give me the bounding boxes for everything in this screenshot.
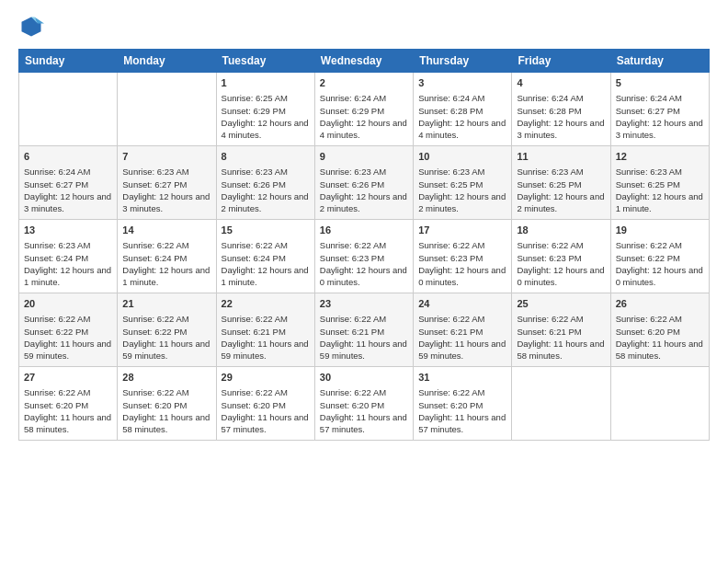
calendar-cell: 21Sunrise: 6:22 AMSunset: 6:22 PMDayligh…	[118, 293, 216, 367]
sunset-text: Sunset: 6:25 PM	[418, 178, 506, 190]
calendar-cell: 27Sunrise: 6:22 AMSunset: 6:20 PMDayligh…	[19, 367, 118, 441]
sunset-text: Sunset: 6:20 PM	[24, 399, 112, 411]
sunset-text: Sunset: 6:20 PM	[616, 326, 704, 338]
calendar-cell: 5Sunrise: 6:24 AMSunset: 6:27 PMDaylight…	[610, 73, 709, 146]
day-number: 17	[418, 224, 506, 237]
daylight-text: Daylight: 11 hours and 57 minutes.	[320, 411, 408, 436]
daylight-text: Daylight: 12 hours and 3 minutes.	[616, 117, 704, 142]
weekday-header: Tuesday	[216, 50, 314, 73]
day-number: 25	[517, 297, 605, 311]
sunrise-text: Sunrise: 6:24 AM	[517, 92, 605, 104]
daylight-text: Daylight: 12 hours and 2 minutes.	[320, 190, 408, 215]
sunrise-text: Sunrise: 6:24 AM	[24, 166, 112, 178]
sunrise-text: Sunrise: 6:23 AM	[616, 166, 704, 178]
day-number: 6	[24, 150, 112, 164]
day-number: 7	[122, 150, 210, 164]
sunrise-text: Sunrise: 6:22 AM	[122, 386, 210, 398]
calendar-cell	[19, 73, 118, 146]
day-number: 27	[24, 371, 112, 385]
calendar-cell: 24Sunrise: 6:22 AMSunset: 6:21 PMDayligh…	[414, 293, 512, 367]
day-number: 24	[418, 297, 506, 311]
daylight-text: Daylight: 12 hours and 4 minutes.	[320, 117, 408, 142]
header	[18, 14, 710, 40]
calendar-cell: 30Sunrise: 6:22 AMSunset: 6:20 PMDayligh…	[314, 367, 413, 441]
sunset-text: Sunset: 6:20 PM	[122, 399, 210, 411]
calendar-cell: 11Sunrise: 6:23 AMSunset: 6:25 PMDayligh…	[512, 146, 610, 220]
day-number: 29	[222, 371, 310, 385]
day-number: 1	[222, 76, 310, 90]
calendar-cell: 28Sunrise: 6:22 AMSunset: 6:20 PMDayligh…	[118, 367, 216, 441]
sunrise-text: Sunrise: 6:22 AM	[320, 386, 408, 398]
day-number: 16	[320, 224, 408, 237]
weekday-header: Monday	[118, 50, 216, 73]
daylight-text: Daylight: 11 hours and 59 minutes.	[320, 338, 408, 362]
day-number: 3	[418, 76, 506, 90]
calendar-week-row: 1Sunrise: 6:25 AMSunset: 6:29 PMDaylight…	[19, 73, 710, 146]
calendar-week-row: 20Sunrise: 6:22 AMSunset: 6:22 PMDayligh…	[19, 293, 710, 367]
sunset-text: Sunset: 6:24 PM	[222, 252, 310, 264]
day-number: 12	[616, 150, 704, 164]
calendar-cell	[118, 73, 216, 146]
sunrise-text: Sunrise: 6:23 AM	[24, 239, 112, 251]
day-number: 5	[616, 76, 704, 90]
sunrise-text: Sunrise: 6:24 AM	[320, 92, 408, 104]
calendar-cell: 13Sunrise: 6:23 AMSunset: 6:24 PMDayligh…	[19, 220, 118, 293]
daylight-text: Daylight: 11 hours and 59 minutes.	[122, 338, 210, 362]
sunrise-text: Sunrise: 6:23 AM	[222, 166, 310, 178]
day-number: 10	[418, 150, 506, 164]
sunset-text: Sunset: 6:21 PM	[517, 326, 605, 338]
calendar-cell: 14Sunrise: 6:22 AMSunset: 6:24 PMDayligh…	[118, 220, 216, 293]
sunset-text: Sunset: 6:21 PM	[222, 326, 310, 338]
sunset-text: Sunset: 6:24 PM	[122, 252, 210, 264]
calendar-cell: 6Sunrise: 6:24 AMSunset: 6:27 PMDaylight…	[19, 146, 118, 220]
calendar-cell: 17Sunrise: 6:22 AMSunset: 6:23 PMDayligh…	[414, 220, 512, 293]
sunrise-text: Sunrise: 6:22 AM	[517, 313, 605, 325]
sunset-text: Sunset: 6:28 PM	[517, 105, 605, 117]
daylight-text: Daylight: 12 hours and 1 minute.	[222, 264, 310, 289]
sunrise-text: Sunrise: 6:22 AM	[616, 239, 704, 251]
daylight-text: Daylight: 12 hours and 3 minutes.	[517, 117, 605, 142]
sunrise-text: Sunrise: 6:22 AM	[320, 313, 408, 325]
sunset-text: Sunset: 6:29 PM	[222, 105, 310, 117]
daylight-text: Daylight: 12 hours and 2 minutes.	[517, 190, 605, 215]
calendar-week-row: 6Sunrise: 6:24 AMSunset: 6:27 PMDaylight…	[19, 146, 710, 220]
daylight-text: Daylight: 12 hours and 1 minute.	[24, 264, 112, 289]
calendar-cell: 26Sunrise: 6:22 AMSunset: 6:20 PMDayligh…	[610, 293, 709, 367]
sunset-text: Sunset: 6:22 PM	[616, 252, 704, 264]
day-number: 23	[320, 297, 408, 311]
calendar-cell: 1Sunrise: 6:25 AMSunset: 6:29 PMDaylight…	[216, 73, 314, 146]
calendar-cell: 2Sunrise: 6:24 AMSunset: 6:29 PMDaylight…	[314, 73, 413, 146]
daylight-text: Daylight: 12 hours and 0 minutes.	[517, 264, 605, 289]
sunrise-text: Sunrise: 6:25 AM	[222, 92, 310, 104]
sunset-text: Sunset: 6:25 PM	[616, 178, 704, 190]
sunset-text: Sunset: 6:25 PM	[517, 178, 605, 190]
sunset-text: Sunset: 6:23 PM	[517, 252, 605, 264]
weekday-header: Saturday	[610, 50, 709, 73]
sunset-text: Sunset: 6:20 PM	[222, 399, 310, 411]
weekday-header: Sunday	[19, 50, 118, 73]
sunrise-text: Sunrise: 6:22 AM	[122, 239, 210, 251]
daylight-text: Daylight: 11 hours and 59 minutes.	[418, 338, 506, 362]
day-number: 18	[517, 224, 605, 237]
daylight-text: Daylight: 12 hours and 3 minutes.	[24, 190, 112, 215]
daylight-text: Daylight: 11 hours and 57 minutes.	[222, 411, 310, 436]
calendar-cell: 20Sunrise: 6:22 AMSunset: 6:22 PMDayligh…	[19, 293, 118, 367]
daylight-text: Daylight: 11 hours and 59 minutes.	[24, 338, 112, 362]
calendar-cell: 8Sunrise: 6:23 AMSunset: 6:26 PMDaylight…	[216, 146, 314, 220]
daylight-text: Daylight: 12 hours and 1 minute.	[616, 190, 704, 215]
daylight-text: Daylight: 11 hours and 58 minutes.	[517, 338, 605, 362]
sunset-text: Sunset: 6:26 PM	[222, 178, 310, 190]
logo-icon	[18, 14, 44, 40]
calendar-cell: 15Sunrise: 6:22 AMSunset: 6:24 PMDayligh…	[216, 220, 314, 293]
daylight-text: Daylight: 11 hours and 58 minutes.	[24, 411, 112, 436]
day-number: 19	[616, 224, 704, 237]
sunrise-text: Sunrise: 6:22 AM	[418, 313, 506, 325]
sunrise-text: Sunrise: 6:22 AM	[418, 239, 506, 251]
day-number: 9	[320, 150, 408, 164]
calendar-cell	[512, 367, 610, 441]
daylight-text: Daylight: 12 hours and 0 minutes.	[418, 264, 506, 289]
weekday-header-row: SundayMondayTuesdayWednesdayThursdayFrid…	[19, 50, 710, 73]
sunrise-text: Sunrise: 6:22 AM	[222, 239, 310, 251]
daylight-text: Daylight: 12 hours and 1 minute.	[122, 264, 210, 289]
day-number: 13	[24, 224, 112, 237]
